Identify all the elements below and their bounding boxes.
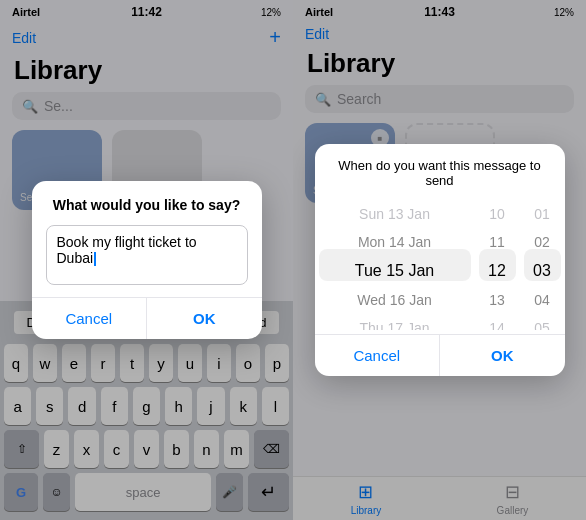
left-panel: Airtel 11:42 12% Edit + Library 🔍 Se... … [0,0,293,520]
left-dialog-ok-button[interactable]: OK [147,298,262,339]
picker-hour-3: 13 [475,286,520,314]
picker-hour-0: 10 [475,200,520,228]
left-dialog: What would you like to say? Book my flig… [32,181,262,339]
picker-minute-0: 01 [520,200,565,228]
left-dialog-title: What would you like to say? [32,181,262,221]
left-dialog-actions: Cancel OK [32,297,262,339]
date-picker[interactable]: Sun 13 Jan Mon 14 Jan Tue 15 Jan Wed 16 … [315,196,565,334]
picker-day-1: Mon 14 Jan [315,228,475,256]
left-dialog-input[interactable]: Book my flight ticket to Dubai [46,225,248,285]
right-date-dialog-actions: Cancel OK [315,334,565,376]
picker-hour-1: 11 [475,228,520,256]
right-date-dialog-title: When do you want this message to send [315,144,565,196]
picker-hour-column[interactable]: 10 11 12 13 14 [475,200,520,330]
picker-day-0: Sun 13 Jan [315,200,475,228]
picker-minute-4: 05 [520,314,565,330]
left-dialog-input-text: Book my flight ticket to Dubai [57,234,197,266]
picker-minute-column[interactable]: 01 02 03 04 05 [520,200,565,330]
right-date-dialog: When do you want this message to send Su… [315,144,565,376]
left-dialog-cancel-button[interactable]: Cancel [32,298,148,339]
right-date-ok-button[interactable]: OK [440,335,565,376]
picker-minute-3: 04 [520,286,565,314]
left-dialog-overlay: What would you like to say? Book my flig… [0,0,293,520]
picker-day-column[interactable]: Sun 13 Jan Mon 14 Jan Tue 15 Jan Wed 16 … [315,200,475,330]
right-date-cancel-button[interactable]: Cancel [315,335,441,376]
right-dialog-overlay: When do you want this message to send Su… [293,0,586,520]
picker-hour-4: 14 [475,314,520,330]
right-panel: Airtel 11:43 12% Edit Library 🔍 Search ■… [293,0,586,520]
left-cursor [94,252,96,266]
picker-day-3: Wed 16 Jan [315,286,475,314]
picker-day-2: Tue 15 Jan [315,256,475,286]
picker-hour-2: 12 [475,256,520,286]
picker-minute-1: 02 [520,228,565,256]
picker-day-4: Thu 17 Jan [315,314,475,330]
picker-minute-2: 03 [520,256,565,286]
